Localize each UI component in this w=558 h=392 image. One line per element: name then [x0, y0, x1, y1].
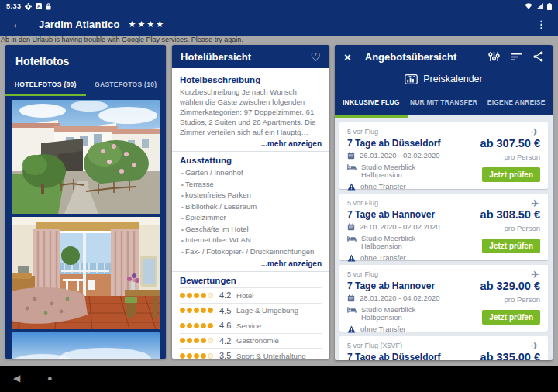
check-now-button[interactable]: Jetzt prüfen: [482, 310, 540, 325]
offer-operator: 5 vor Flug: [347, 270, 540, 278]
status-left: 5:33 A: [6, 2, 51, 10]
offers-panel: × Angebotsübersicht Preiskalender INKLUS…: [335, 45, 553, 360]
photo-list: [5, 96, 166, 359]
favorite-heart-icon[interactable]: ♡: [311, 51, 321, 63]
sort-icon[interactable]: [511, 53, 522, 61]
amenities-heading: Ausstattung: [180, 156, 322, 165]
offers-tab-underline: [335, 115, 553, 118]
rating-score: 4.2: [219, 336, 236, 346]
offer-card[interactable]: 5 vor Flug ✈ 7 Tage ab Hannover ab 308.5…: [339, 194, 548, 260]
offer-transfer: ohne Transfer: [360, 325, 406, 334]
check-now-button[interactable]: Jetzt prüfen: [482, 167, 540, 182]
rating-score: 4.6: [219, 321, 236, 330]
divider: [172, 271, 329, 272]
android-nav-bar: ◀ ●: [0, 366, 558, 392]
overview-body: Hotelbeschreibung Kurzbeschreibung Je na…: [172, 68, 329, 359]
offer-transfer: ohne Transfer: [360, 254, 406, 263]
bed-icon: [347, 306, 356, 314]
chart-icon: [405, 74, 418, 84]
hotel-photos-panel: Hotelfotos HOTELFOTOS (80) GÄSTEFOTOS (1…: [5, 45, 166, 359]
rating-row: 4.6 Service: [180, 318, 322, 333]
clock: 5:33: [6, 2, 21, 10]
cell-signal-icon: [536, 3, 543, 9]
share-icon[interactable]: [533, 51, 543, 62]
play-services-toast: Ab in den Urlaub is having trouble with …: [1, 36, 558, 44]
rating-dots: [180, 323, 213, 328]
filter-icon[interactable]: [488, 51, 500, 62]
hotel-overview-panel: Hotelübersicht ♡ Hotelbeschreibung Kurzb…: [172, 45, 329, 359]
offer-price: ab 308.50 €: [480, 208, 540, 221]
lock-icon: [46, 3, 51, 10]
check-now-button[interactable]: Jetzt prüfen: [482, 239, 540, 253]
tab-inklusive-flug[interactable]: INKLUSIVE FLUG: [335, 90, 408, 115]
description-more-link[interactable]: ...mehr anzeigen: [180, 139, 322, 148]
description-text: Kurzbeschreibung Je nach Wunsch wählen d…: [180, 87, 322, 137]
overview-header: Hotelübersicht ♡: [172, 45, 329, 68]
offer-card[interactable]: 5 vor Flug (X5VF) ✈ 7 Tage ab Düsseldorf…: [339, 336, 548, 360]
offer-operator: 5 vor Flug: [347, 199, 540, 207]
offer-price: ab 329.00 €: [480, 280, 540, 292]
amenity-item: Geschäfte im Hotel: [181, 224, 322, 236]
amenity-item: kostenfreies Parken: [181, 190, 322, 201]
offer-dates: 26.01.2020 - 02.02.2020: [360, 223, 440, 232]
rating-score: 3.5: [219, 351, 236, 359]
offer-transfer: ohne Transfer: [360, 183, 406, 191]
rating-label: Gastronomie: [236, 336, 279, 345]
amenity-item: Spielzimmer: [181, 212, 322, 224]
offer-card[interactable]: 5 vor Flug ✈ 7 Tage ab Düsseldorf ab 307…: [339, 122, 548, 189]
offer-operator: 5 vor Flug: [347, 128, 540, 136]
offer-per-person: pro Person: [505, 153, 540, 161]
battery-icon: [547, 3, 552, 10]
ratings-list: 4.2 Hotel 4.5 Lage & Umgebung 4.6 Servic…: [180, 287, 322, 359]
price-calendar-button[interactable]: Preiskalender: [335, 68, 553, 90]
airplane-icon: ✈: [531, 198, 539, 209]
hotel-exterior-photo[interactable]: [12, 100, 160, 214]
offer-room: Studio Meerblick: [361, 163, 415, 171]
rating-label: Hotel: [236, 291, 253, 300]
offer-card[interactable]: 5 vor Flug ✈ 7 Tage ab Hannover ab 329.0…: [339, 265, 548, 332]
bed-icon: [347, 163, 356, 171]
price-calendar-label: Preiskalender: [423, 74, 482, 84]
divider: [172, 151, 329, 152]
offer-price: ab 307.50 €: [480, 137, 540, 150]
offer-board: Halbpension: [361, 242, 402, 250]
rating-dots: [180, 293, 213, 298]
wifi-icon: [525, 3, 532, 9]
close-icon[interactable]: ×: [344, 51, 351, 63]
rating-row: 3.5 Sport & Unterhaltung: [180, 348, 322, 359]
offer-per-person: pro Person: [505, 295, 540, 304]
airplane-icon: ✈: [531, 340, 539, 352]
photos-tab-underline: [5, 94, 166, 96]
bed-icon: [347, 235, 356, 242]
nav-home-icon[interactable]: ●: [47, 373, 53, 383]
amenities-more-link[interactable]: ...mehr anzeigen: [180, 260, 322, 268]
tab-gaestefotos[interactable]: GÄSTEFOTOS (10): [86, 74, 167, 94]
rating-row: 4.2 Hotel: [180, 287, 322, 303]
offer-operator: 5 vor Flug (X5VF): [347, 342, 540, 349]
tab-eigene-anreise[interactable]: EIGENE ANREISE: [480, 90, 553, 115]
offers-tabs: INKLUSIVE FLUG NUR MIT TRANSFER EIGENE A…: [335, 90, 553, 115]
back-arrow-icon[interactable]: ←: [12, 18, 24, 30]
offer-dates: 26.01.2020 - 02.02.2020: [360, 152, 440, 160]
offer-board: Halbpension: [361, 313, 402, 322]
amenity-item: Internet über WLAN: [181, 235, 322, 246]
rating-label: Lage & Umgebung: [236, 306, 298, 315]
offers-header: × Angebotsübersicht: [335, 45, 553, 68]
status-bar: 5:33 A: [0, 0, 558, 12]
hotel-room-photo[interactable]: [12, 217, 160, 329]
offer-board: Halbpension: [361, 170, 402, 179]
overflow-menu-icon[interactable]: ⋮: [536, 19, 546, 30]
offers-header-icons: [488, 51, 543, 62]
ratings-heading: Bewertungen: [180, 276, 322, 285]
sky-view-photo[interactable]: [12, 332, 160, 359]
amenities-list: Garten / Innenhof Terrasse kostenfreies …: [180, 167, 322, 257]
amenity-item: Fax- / Fotokopier- / Druckeinrichtungen: [181, 246, 322, 258]
nav-back-icon[interactable]: ◀: [13, 373, 20, 383]
offer-price: ab 335.00 €: [480, 351, 540, 360]
hotel-star-rating: ★★★★: [129, 19, 165, 29]
offer-dates: 28.01.2020 - 04.02.2020: [360, 294, 440, 303]
tab-nur-mit-transfer[interactable]: NUR MIT TRANSFER: [408, 90, 480, 115]
warning-icon: [347, 254, 356, 262]
rating-row: 4.5 Lage & Umgebung: [180, 303, 322, 318]
tab-hotelfotos[interactable]: HOTELFOTOS (80): [5, 74, 86, 94]
